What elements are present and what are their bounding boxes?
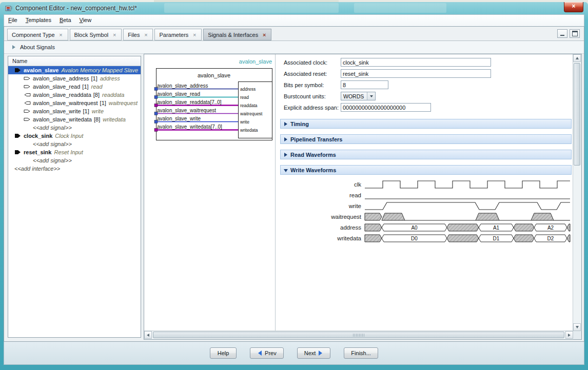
tree-item-avalon-slave-waitrequest[interactable]: avalon_slave_waitrequest[1]waitrequest bbox=[8, 99, 141, 107]
svg-text:read: read bbox=[240, 95, 249, 100]
tree-item-type: readdata bbox=[102, 92, 124, 98]
panel-divider[interactable] bbox=[275, 54, 276, 331]
tab-files[interactable]: Files× bbox=[123, 29, 153, 40]
associated-clock-input[interactable] bbox=[341, 58, 491, 67]
block-diagram[interactable]: avalon_slaveavalon_slaveavalon_slave_add… bbox=[144, 54, 275, 330]
tree-item-avalon-slave-write[interactable]: avalon_slave_write[1]write bbox=[8, 107, 141, 115]
port-in-icon bbox=[24, 84, 33, 90]
form-row-associated-reset: Associated reset: bbox=[276, 69, 573, 80]
interface-icon bbox=[14, 149, 24, 155]
wizard-footer: HelpPrevNextFinish... bbox=[4, 342, 584, 365]
button-label: Help bbox=[218, 350, 229, 356]
tab-label: Block Symbol bbox=[74, 32, 109, 38]
tree-item-label: <<add signal>> bbox=[33, 157, 72, 163]
aero-ghost bbox=[164, 3, 339, 13]
tab-close-icon[interactable]: × bbox=[58, 32, 64, 37]
tab-component-type[interactable]: Component Type× bbox=[7, 29, 68, 40]
chevron-down-icon[interactable] bbox=[367, 92, 375, 100]
svg-text:clk: clk bbox=[354, 181, 361, 188]
form-row-explicit-address-span: Explicit address span: bbox=[276, 102, 573, 114]
explicit-address-span-input[interactable] bbox=[341, 103, 431, 112]
vertical-scrollbar-thumb[interactable] bbox=[574, 63, 580, 166]
tree-item-type: writedata bbox=[103, 116, 126, 122]
main-panels: Name avalon_slaveAvalon Memory Mapped Sl… bbox=[4, 54, 584, 341]
svg-text:D0: D0 bbox=[411, 236, 418, 241]
tree-item-reset-sink[interactable]: reset_sinkReset Input bbox=[8, 148, 141, 156]
tree-item-add-interface[interactable]: <<add interface>> bbox=[8, 165, 141, 173]
svg-text:writedata: writedata bbox=[240, 128, 258, 133]
tree-item-label: avalon_slave_read bbox=[33, 84, 80, 90]
tree-item-width: [8] bbox=[94, 116, 100, 122]
field-label: Explicit address span: bbox=[284, 105, 339, 111]
float-window-icon[interactable] bbox=[570, 29, 580, 38]
tree-item-label: avalon_slave_waitrequest bbox=[33, 100, 98, 106]
screen: Component Editor - new_component_hw.tcl*… bbox=[0, 0, 588, 370]
section-read-waveforms[interactable]: Read Waveforms bbox=[280, 150, 572, 159]
tab-window-controls bbox=[557, 29, 580, 38]
section-pipelined-transfers[interactable]: Pipelined Transfers bbox=[280, 134, 572, 144]
tab-parameters[interactable]: Parameters× bbox=[154, 29, 202, 40]
tab-close-icon[interactable]: × bbox=[192, 32, 197, 37]
scroll-up-icon[interactable] bbox=[573, 54, 581, 62]
menu-templates[interactable]: Templates bbox=[22, 15, 55, 23]
about-signals-bar[interactable]: About Signals bbox=[4, 41, 584, 54]
tree-item-avalon-slave-address[interactable]: avalon_slave_address[1]address bbox=[8, 74, 141, 83]
section-label: Pipelined Transfers bbox=[290, 136, 342, 142]
scroll-right-icon[interactable] bbox=[565, 331, 573, 339]
tab-close-icon[interactable]: × bbox=[143, 32, 148, 37]
port-in-icon bbox=[24, 108, 33, 114]
tree-item-avalon-slave[interactable]: avalon_slaveAvalon Memory Mapped Slave bbox=[8, 66, 141, 74]
tab-close-icon[interactable]: × bbox=[262, 32, 267, 37]
menu-file[interactable]: File bbox=[4, 15, 22, 23]
svg-text:avalon_slave: avalon_slave bbox=[198, 72, 230, 78]
svg-text:avalon_slave_writedata[7..0]: avalon_slave_writedata[7..0] bbox=[157, 124, 222, 130]
svg-text:waitrequest: waitrequest bbox=[240, 111, 263, 116]
title-bar[interactable]: Component Editor - new_component_hw.tcl*… bbox=[0, 2, 588, 14]
tab-signals-interfaces[interactable]: Signals & Interfaces× bbox=[203, 29, 271, 40]
work-area: avalon_slaveavalon_slaveavalon_slave_add… bbox=[144, 54, 582, 340]
scroll-down-icon[interactable] bbox=[573, 323, 581, 331]
section-timing[interactable]: Timing bbox=[280, 119, 572, 129]
chevron-right-icon bbox=[284, 122, 287, 126]
help-button[interactable]: Help bbox=[210, 347, 237, 359]
svg-text:write: write bbox=[348, 203, 361, 209]
burstcount-units-select[interactable]: WORDS bbox=[341, 92, 376, 100]
finish-button[interactable]: Finish... bbox=[344, 347, 378, 359]
signal-tree-panel: Name avalon_slaveAvalon Memory Mapped Sl… bbox=[8, 56, 141, 338]
menu-view[interactable]: View bbox=[75, 15, 96, 23]
vertical-scrollbar[interactable] bbox=[573, 54, 581, 331]
tree-item-width: [1] bbox=[100, 100, 106, 106]
tree-item-avalon-slave-read[interactable]: avalon_slave_read[1]read bbox=[8, 83, 141, 91]
section-write-waveforms[interactable]: Write Waveforms bbox=[280, 165, 572, 175]
menu-beta[interactable]: Beta bbox=[55, 15, 75, 23]
tree-item-add-signal[interactable]: <<add signal>> bbox=[8, 156, 141, 165]
prev-button[interactable]: Prev bbox=[250, 347, 284, 359]
tree-item-width: [1] bbox=[83, 108, 89, 114]
chevron-right-icon bbox=[12, 45, 15, 49]
menu-bar: FileTemplatesBetaView bbox=[4, 14, 584, 26]
bits-per-symbol-input[interactable] bbox=[341, 80, 388, 89]
tree-item-label: avalon_slave_readdata bbox=[33, 92, 91, 98]
tree-item-clock-sink[interactable]: clock_sinkClock Input bbox=[8, 132, 141, 140]
tab-close-icon[interactable]: × bbox=[112, 32, 117, 37]
svg-text:address: address bbox=[240, 87, 256, 92]
minimize-icon[interactable] bbox=[557, 29, 567, 38]
next-button[interactable]: Next bbox=[297, 347, 331, 359]
tree-item-add-signal[interactable]: <<add signal>> bbox=[8, 140, 141, 148]
tree-item-avalon-slave-writedata[interactable]: avalon_slave_writedata[8]writedata bbox=[8, 115, 141, 124]
svg-text:A1: A1 bbox=[493, 225, 500, 231]
associated-reset-input[interactable] bbox=[341, 69, 491, 78]
tree-item-avalon-slave-readdata[interactable]: avalon_slave_readdata[8]readdata bbox=[8, 91, 141, 99]
tree-item-type: read bbox=[91, 84, 103, 90]
tree-item-add-signal[interactable]: <<add signal>> bbox=[8, 124, 141, 132]
horizontal-scrollbar[interactable] bbox=[144, 331, 573, 339]
field-label: Associated reset: bbox=[284, 71, 327, 77]
scroll-left-icon[interactable] bbox=[144, 331, 152, 339]
tab-label: Parameters bbox=[159, 32, 188, 38]
close-button[interactable]: × bbox=[564, 2, 583, 12]
tree-item-type: address bbox=[100, 75, 120, 81]
write-waveforms-diagram: clkreadwritewaitrequestaddressA0A1A2writ… bbox=[276, 177, 573, 249]
horizontal-scrollbar-thumb[interactable] bbox=[153, 332, 564, 338]
field-label: Associated clock: bbox=[284, 59, 327, 66]
tab-block-symbol[interactable]: Block Symbol× bbox=[70, 29, 122, 40]
